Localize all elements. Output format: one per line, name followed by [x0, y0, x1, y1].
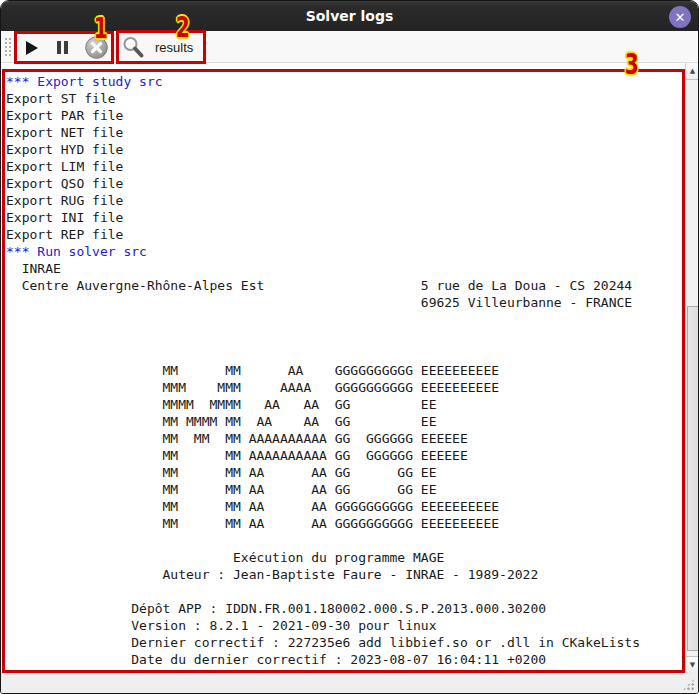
titlebar[interactable]: Solver logs ✕ [1, 1, 698, 31]
log-line: Export INI file [6, 209, 685, 226]
log-line: MM MMMM MM AA AA GG EE [6, 413, 685, 430]
log-line: Export NET file [6, 124, 685, 141]
status-bar [1, 673, 698, 694]
log-line: MM MM AA AA GG GG EE [6, 464, 685, 481]
log-line: *** Export study src [6, 73, 685, 90]
log-output-area[interactable]: *** Export study srcExport ST fileExport… [1, 63, 685, 673]
pause-button[interactable] [50, 34, 74, 61]
log-line: Date du dernier correctif : 2023-08-07 1… [6, 651, 685, 668]
log-line [6, 583, 685, 600]
scroll-up-icon: ▲ [690, 68, 695, 75]
pause-icon [57, 41, 68, 54]
log-line: Auteur : Jean-Baptiste Faure - INRAE - 1… [6, 566, 685, 583]
log-line [6, 311, 685, 328]
log-line: MM MM AA AA GGGGGGGGGG EEEEEEEEEE [6, 515, 685, 532]
solver-logs-window: Solver logs ✕ [0, 0, 699, 694]
window-title: Solver logs [1, 1, 698, 31]
scrollbar-thumb[interactable] [687, 306, 699, 651]
log-line: MM MM AAAAAAAAAA GG GGGGGG EEEEEE [6, 447, 685, 464]
results-label: results [155, 40, 193, 55]
log-line: Centre Auvergne-Rhône-Alpes Est 5 rue de… [6, 277, 685, 294]
log-line: INRAE [6, 260, 685, 277]
close-button[interactable]: ✕ [669, 6, 691, 28]
log-line: Export LIM file [6, 158, 685, 175]
close-icon: ✕ [675, 11, 686, 24]
log-line: Export QSO file [6, 175, 685, 192]
stop-icon [85, 36, 108, 59]
log-line: MM MM AA AA GGGGGGGGGG EEEEEEEEEE [6, 498, 685, 515]
log-line: 69625 Villeurbanne - FRANCE [6, 294, 685, 311]
log-line [6, 345, 685, 362]
log-line: Export ST file [6, 90, 685, 107]
scroll-down-icon: ▼ [690, 662, 695, 669]
play-icon [26, 41, 38, 55]
resize-grip[interactable] [682, 678, 695, 691]
log-line: Version : 8.2.1 - 2021-09-30 pour linux [6, 617, 685, 634]
log-line: Dernier correctif : 227235e6 add libbief… [6, 634, 685, 651]
log-line: Export RUG file [6, 192, 685, 209]
log-line [6, 328, 685, 345]
log-line: *** Run solver src [6, 243, 685, 260]
log-line: Dépôt APP : IDDN.FR.001.180002.000.S.P.2… [6, 600, 685, 617]
log-line: MM MM AA AA GG GG EE [6, 481, 685, 498]
log-line: MMM MMM AAAA GGGGGGGGGG EEEEEEEEEE [6, 379, 685, 396]
stop-button[interactable] [84, 34, 108, 61]
log-line: Export PAR file [6, 107, 685, 124]
search-icon [120, 34, 146, 61]
log-line: MMMM MMMM AA AA GG EE [6, 396, 685, 413]
log-line: MM MM MM AAAAAAAAAA GG GGGGGG EEEEEE [6, 430, 685, 447]
log-line: MM MM AA GGGGGGGGGG EEEEEEEEEE [6, 362, 685, 379]
scroll-down-button[interactable]: ▼ [686, 656, 699, 673]
log-line: Exécution du programme MAGE [6, 549, 685, 566]
vertical-scrollbar[interactable]: ▲ ▼ [685, 63, 699, 673]
log-line: Export REP file [6, 226, 685, 243]
show-results-button[interactable]: results [116, 33, 206, 62]
toolbar: results [1, 31, 698, 63]
scroll-up-button[interactable]: ▲ [686, 63, 699, 80]
log-line: Export HYD file [6, 141, 685, 158]
log-line [6, 532, 685, 549]
run-solver-button[interactable] [20, 34, 44, 61]
log-text: *** Export study srcExport ST fileExport… [1, 63, 685, 668]
toolbar-drag-handle[interactable] [4, 37, 13, 58]
